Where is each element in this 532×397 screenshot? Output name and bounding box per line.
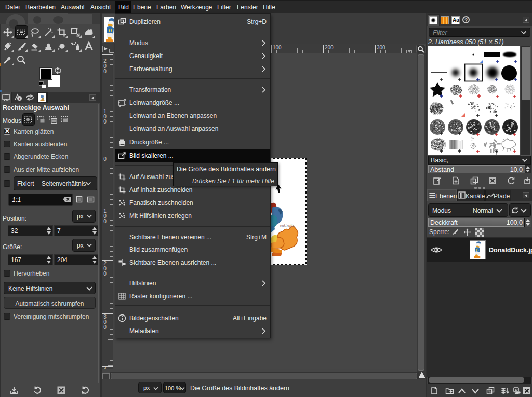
- svg-text:i: i: [19, 97, 20, 101]
